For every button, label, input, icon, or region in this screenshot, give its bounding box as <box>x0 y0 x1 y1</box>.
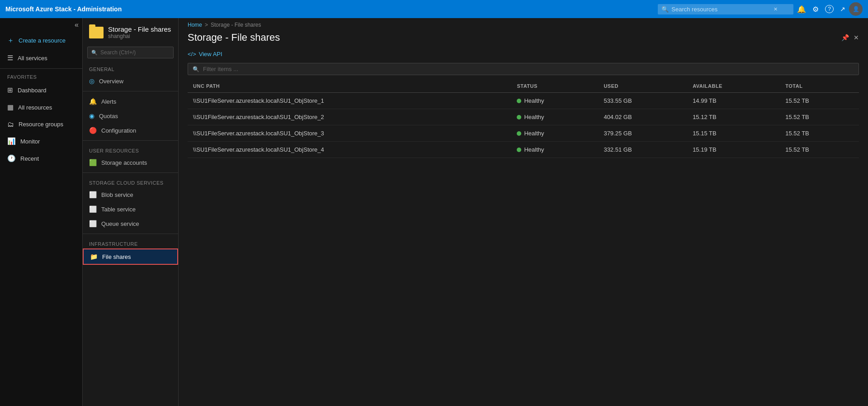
nav-item-overview-label: Overview <box>99 78 123 85</box>
cell-used: 379.25 GB <box>598 125 687 142</box>
feedback-icon[interactable]: ↗ <box>840 5 845 13</box>
filter-bar[interactable]: 🔍 <box>188 63 859 75</box>
nav-item-storage-accounts[interactable]: 🟩 Storage accounts <box>83 155 178 170</box>
view-api-icon: </> <box>188 51 196 57</box>
storage-accounts-icon: 🟩 <box>89 159 97 166</box>
nav-item-table-service[interactable]: ⬜ Table service <box>83 202 178 216</box>
content-header: Storage - File shares 📌 ✕ <box>179 32 868 49</box>
avatar[interactable]: 👤 <box>849 2 863 16</box>
cell-unc-path: \\SU1FileServer.azurestack.local\SU1_Obj… <box>188 93 511 109</box>
window-controls: 📌 ✕ <box>841 34 859 41</box>
user-resources-section-label: USER RESOURCES <box>83 143 178 155</box>
nav-item-overview[interactable]: ◎ Overview <box>83 74 178 88</box>
close-panel-icon[interactable]: ✕ <box>854 34 859 41</box>
panel-search-icon: 🔍 <box>91 50 98 56</box>
sidebar-item-recent[interactable]: 🕐 Recent <box>0 150 82 167</box>
cell-available: 14.99 TB <box>687 93 780 109</box>
nav-item-blob-service[interactable]: ⬜ Blob service <box>83 187 178 202</box>
col-total[interactable]: TOTAL <box>780 80 859 93</box>
nav-item-file-shares[interactable]: 📁 File shares <box>83 248 178 265</box>
bell-icon[interactable]: 🔔 <box>797 5 806 14</box>
sidebar-item-monitor[interactable]: 📊 Monitor <box>0 133 82 150</box>
topbar: Microsoft Azure Stack - Administration 🔍… <box>0 0 868 18</box>
file-shares-icon: 📁 <box>90 253 98 260</box>
collapse-icon: « <box>75 21 79 29</box>
table-row: \\SU1FileServer.azurestack.local\SU1_Obj… <box>188 93 859 109</box>
nav-item-configuration-label: Configuration <box>101 127 136 134</box>
left-sidebar: « ＋ Create a resource ☰ All services FAV… <box>0 18 83 406</box>
filter-input[interactable] <box>203 66 384 72</box>
nav-item-blob-service-label: Blob service <box>101 191 133 198</box>
sidebar-divider <box>0 68 82 69</box>
panel-search-input[interactable] <box>100 49 164 56</box>
collapse-button[interactable]: « <box>0 18 82 32</box>
resource-groups-icon: 🗂 <box>7 120 14 128</box>
panel-search[interactable]: 🔍 <box>87 47 174 58</box>
breadcrumb: Home > Storage - File shares <box>179 18 868 32</box>
all-services-button[interactable]: ☰ All services <box>0 49 82 67</box>
cell-unc-path: \\SU1FileServer.azurestack.local\SU1_Obj… <box>188 125 511 142</box>
col-status[interactable]: STATUS <box>511 80 598 93</box>
sidebar-item-resource-groups[interactable]: 🗂 Resource groups <box>0 116 82 133</box>
file-shares-table: UNC PATH STATUS USED AVAILABLE TOTAL \\S… <box>188 80 859 158</box>
breadcrumb-home[interactable]: Home <box>188 22 202 28</box>
nav-item-quotas[interactable]: ◉ Quotas <box>83 109 178 123</box>
file-shares-table-container: UNC PATH STATUS USED AVAILABLE TOTAL \\S… <box>179 80 868 406</box>
app-title: Microsoft Azure Stack - Administration <box>5 5 654 13</box>
cell-unc-path: \\SU1FileServer.azurestack.local\SU1_Obj… <box>188 109 511 125</box>
main-layout: « ＋ Create a resource ☰ All services FAV… <box>0 18 868 406</box>
cell-status: Healthy <box>511 109 598 125</box>
sidebar-item-all-resources[interactable]: ▦ All resources <box>0 99 82 116</box>
queue-icon: ⬜ <box>89 220 97 227</box>
search-icon: 🔍 <box>661 6 669 13</box>
panel-subtitle: shanghai <box>108 33 171 39</box>
status-dot <box>517 148 521 152</box>
page-title: Storage - File shares <box>188 32 280 43</box>
recent-icon: 🕐 <box>7 154 16 162</box>
search-bar[interactable]: 🔍 ✕ <box>658 4 793 14</box>
sidebar-item-dashboard-label: Dashboard <box>18 87 47 94</box>
status-text: Healthy <box>524 97 544 104</box>
list-icon: ☰ <box>7 54 13 62</box>
cell-unc-path: \\SU1FileServer.azurestack.local\SU1_Obj… <box>188 142 511 158</box>
pin-icon[interactable]: 📌 <box>841 34 849 41</box>
close-icon[interactable]: ✕ <box>774 6 778 12</box>
help-icon[interactable]: ? <box>825 5 834 13</box>
cell-used: 533.55 GB <box>598 93 687 109</box>
nav-divider-4 <box>83 234 178 234</box>
status-text: Healthy <box>524 130 544 137</box>
view-api-label: View API <box>199 51 222 57</box>
nav-item-table-service-label: Table service <box>101 206 136 213</box>
table-header-row: UNC PATH STATUS USED AVAILABLE TOTAL <box>188 80 859 93</box>
cell-status: Healthy <box>511 142 598 158</box>
nav-item-queue-service[interactable]: ⬜ Queue service <box>83 216 178 231</box>
nav-item-alerts[interactable]: 🔔 Alerts <box>83 94 178 109</box>
status-dot <box>517 131 521 136</box>
col-available[interactable]: AVAILABLE <box>687 80 780 93</box>
gear-icon[interactable]: ⚙ <box>812 5 819 14</box>
cell-total: 15.52 TB <box>780 125 859 142</box>
cell-used: 332.51 GB <box>598 142 687 158</box>
table-row: \\SU1FileServer.azurestack.local\SU1_Obj… <box>188 109 859 125</box>
sidebar-item-resource-groups-label: Resource groups <box>19 121 63 128</box>
nav-item-configuration[interactable]: 🔴 Configuration <box>83 123 178 138</box>
status-text: Healthy <box>524 146 544 153</box>
overview-icon: ◎ <box>89 77 94 85</box>
col-unc-path[interactable]: UNC PATH <box>188 80 511 93</box>
cell-status: Healthy <box>511 125 598 142</box>
nav-item-file-shares-label: File shares <box>102 253 131 260</box>
nav-divider-2 <box>83 140 178 141</box>
cell-total: 15.52 TB <box>780 142 859 158</box>
infrastructure-section-label: INFRASTRUCTURE <box>83 237 178 248</box>
filter-icon: 🔍 <box>193 66 199 72</box>
search-input[interactable] <box>671 6 771 13</box>
create-resource-button[interactable]: ＋ Create a resource <box>0 32 82 49</box>
table-row: \\SU1FileServer.azurestack.local\SU1_Obj… <box>188 142 859 158</box>
cell-total: 15.52 TB <box>780 93 859 109</box>
view-api-button[interactable]: </> View API <box>188 49 868 63</box>
status-dot <box>517 99 521 103</box>
col-used[interactable]: USED <box>598 80 687 93</box>
sidebar-item-dashboard[interactable]: ⊞ Dashboard <box>0 81 82 99</box>
table-row: \\SU1FileServer.azurestack.local\SU1_Obj… <box>188 125 859 142</box>
main-content: Home > Storage - File shares Storage - F… <box>179 18 868 406</box>
